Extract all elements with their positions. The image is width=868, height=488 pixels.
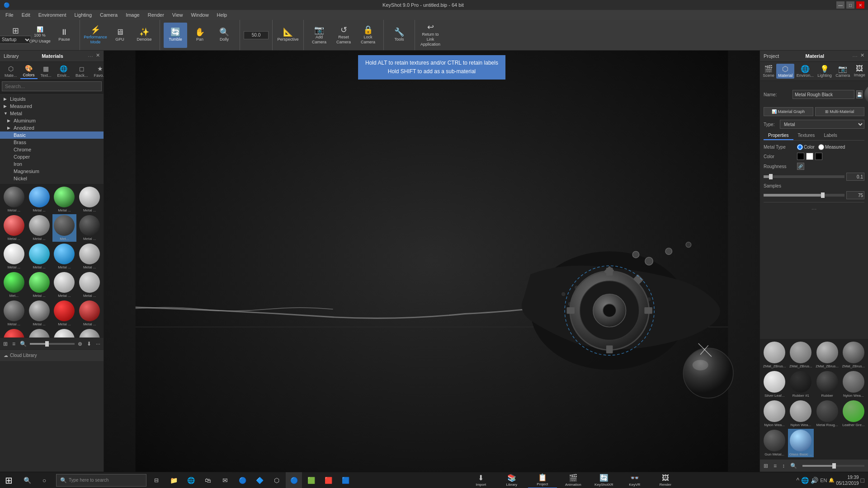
textures-tab[interactable]: Textures — [793, 131, 820, 140]
right-panel-close-btn[interactable]: ✕ — [860, 52, 864, 60]
startup-select[interactable]: Startup — [0, 36, 31, 44]
clock[interactable]: 19:39 05/12/2019 — [836, 474, 859, 486]
pause-button[interactable]: ⏸ Pause — [52, 23, 76, 48]
task-view-btn[interactable]: ⊟ — [148, 472, 165, 488]
right-tab-image[interactable]: 🖼 Image — [852, 64, 867, 79]
task-app6-btn[interactable]: 🟦 — [337, 472, 354, 488]
tree-item-nickel[interactable]: Nickel — [0, 175, 104, 182]
center-import-btn[interactable]: ⬇ Import — [467, 472, 495, 488]
right-material-thumbnail[interactable]: ZMat_ZBrus... — [788, 341, 813, 369]
menu-view[interactable]: View — [169, 11, 187, 19]
material-thumbnail[interactable]: Metal ... — [77, 186, 102, 213]
material-name-input[interactable]: Metal Rough Black — [793, 90, 854, 99]
task-app4-btn[interactable]: 🟩 — [303, 472, 319, 488]
material-thumbnail[interactable]: Metal ... — [2, 300, 26, 327]
tab-textures[interactable]: ▦ Text... — [38, 64, 54, 79]
close-button[interactable]: ✕ — [856, 1, 864, 9]
material-thumbnail[interactable]: Metal ... — [27, 214, 52, 242]
menu-camera[interactable]: Camera — [96, 11, 121, 19]
center-project-btn[interactable]: 📋 Project — [528, 472, 557, 488]
list-view-icon[interactable]: ≡ — [11, 340, 17, 348]
material-thumbnail[interactable]: Metal ... — [2, 214, 26, 242]
pan-button[interactable]: ✋ Pan — [188, 23, 212, 48]
dolly-button[interactable]: 🔍 Dolly — [212, 23, 236, 48]
right-tab-material[interactable]: ⬡ Material — [776, 64, 794, 79]
lock-camera-button[interactable]: 🔒 LockCamera — [356, 23, 380, 48]
center-library-btn[interactable]: 📚 Library — [497, 472, 526, 488]
tree-item-aluminum[interactable]: ▶ Aluminum — [0, 117, 104, 124]
perspective-button[interactable]: 📐 Perspective — [276, 23, 300, 48]
material-thumbnail[interactable]: Met... — [2, 271, 26, 299]
more-icon[interactable]: ··· — [94, 340, 102, 348]
taskbar-search[interactable]: 🔍 Type here to search — [56, 474, 146, 487]
right-material-thumbnail[interactable]: Gun Metal... — [762, 429, 787, 457]
menu-render[interactable]: Render — [144, 11, 168, 19]
task-store-btn[interactable]: 🛍 — [200, 472, 216, 488]
save-material-btn[interactable]: 💾 — [856, 90, 863, 99]
right-size-slider[interactable] — [802, 465, 864, 467]
right-material-thumbnail[interactable]: ZMat_ZBrus... — [815, 341, 840, 369]
tree-item-liquids[interactable]: ▶ Liquids — [0, 95, 104, 103]
color-swatch-1[interactable] — [797, 153, 804, 160]
tab-materials[interactable]: ⬡ Mate... — [2, 64, 20, 79]
tree-item-measured[interactable]: ▶ Measured — [0, 103, 104, 110]
material-thumbnail[interactable]: Metal ... — [77, 328, 102, 338]
right-grid-view-btn[interactable]: ⊞ — [762, 462, 770, 470]
volume-icon[interactable]: 🔊 — [811, 477, 818, 484]
roughness-link-btn[interactable]: 🔗 — [797, 163, 804, 170]
right-material-thumbnail[interactable]: Nylon Wea... — [841, 370, 866, 399]
window-controls[interactable]: — □ ✕ — [836, 1, 864, 9]
center-animation-btn[interactable]: 🎬 Animation — [559, 472, 588, 488]
tree-item-anodized[interactable]: ▶ Anodized — [0, 124, 104, 131]
denoise-button[interactable]: ✨ Denoise — [132, 23, 156, 48]
tab-environments[interactable]: 🌐 Envir... — [55, 64, 73, 79]
material-thumbnail[interactable]: Metal ... — [52, 186, 77, 213]
roughness-slider[interactable] — [764, 175, 844, 178]
material-thumbnail[interactable]: Metal ... — [77, 214, 102, 242]
search-icon[interactable]: 🔍 — [19, 340, 28, 348]
tools-button[interactable]: 🔧 Tools — [387, 23, 411, 48]
samples-value-input[interactable]: 75 — [846, 191, 864, 199]
multi-material-btn[interactable]: ⊞ Multi-Material — [815, 107, 865, 116]
material-thumbnail[interactable]: Met... — [52, 214, 77, 242]
tree-item-metal[interactable]: ▼ Metal — [0, 110, 104, 117]
menu-environment[interactable]: Environment — [35, 11, 70, 19]
material-thumbnail[interactable]: Metal ... — [2, 243, 26, 270]
right-tab-environ[interactable]: 🌐 Environ... — [795, 64, 816, 79]
material-thumbnail[interactable]: Metal ... — [52, 300, 77, 327]
right-material-thumbnail[interactable]: ZMat_ZBrus... — [841, 341, 866, 369]
add-camera-button[interactable]: 📷 AddCamera — [307, 23, 331, 48]
right-material-thumbnail[interactable]: ZMat_ZBrus... — [762, 341, 787, 369]
network-icon[interactable]: 🌐 — [801, 477, 809, 484]
right-material-thumbnail[interactable]: Nylon Wea... — [762, 399, 787, 428]
grid-view-icon[interactable]: ⊞ — [2, 340, 9, 348]
right-material-thumbnail[interactable]: Glass Basic ... — [788, 429, 813, 457]
task-file-btn[interactable]: 📁 — [165, 472, 182, 488]
right-material-thumbnail[interactable]: Rubber #1 — [788, 370, 813, 399]
right-material-thumbnail[interactable]: Nylon Wea... — [788, 399, 813, 428]
color-swatch-black[interactable] — [815, 153, 822, 160]
speed-input[interactable]: 50.0 — [244, 31, 269, 39]
tree-item-copper[interactable]: Copper — [0, 153, 104, 160]
panel-menu-btn[interactable]: ··· — [86, 52, 95, 60]
reset-camera-button[interactable]: ↺ ResetCamera — [332, 23, 355, 48]
material-thumbnail[interactable]: Metal ... — [77, 300, 102, 327]
menu-file[interactable]: File — [2, 11, 17, 19]
labels-tab[interactable]: Labels — [819, 131, 841, 140]
material-thumbnail[interactable]: Metal ... — [2, 186, 26, 213]
viewport[interactable]: www.rrcg.cn 人人素材 RRCG RRCG 人人素材 人人素材 RRC… — [104, 51, 760, 472]
measured-radio[interactable]: Measured — [818, 144, 845, 150]
task-search-btn[interactable]: 🔍 — [19, 472, 35, 488]
menu-help[interactable]: Help — [213, 11, 231, 19]
right-tab-camera[interactable]: 📷 Camera — [834, 64, 852, 79]
gpu-button[interactable]: 🖥 GPU — [108, 23, 132, 48]
properties-tab[interactable]: Properties — [764, 131, 793, 140]
workspaces-dropdown[interactable]: ⊞ Startup — [4, 23, 27, 48]
battery-icon[interactable]: EN — [820, 478, 827, 483]
material-thumbnail[interactable]: Metal ... — [77, 271, 102, 299]
material-thumbnail[interactable]: Metal ... — [27, 186, 52, 213]
task-cortana-btn[interactable]: ○ — [36, 472, 52, 488]
tree-item-basic[interactable]: Basic — [0, 131, 104, 139]
right-material-thumbnail[interactable]: Silver Leaf... — [762, 370, 787, 399]
material-thumbnail[interactable]: Metal ... — [52, 243, 77, 270]
